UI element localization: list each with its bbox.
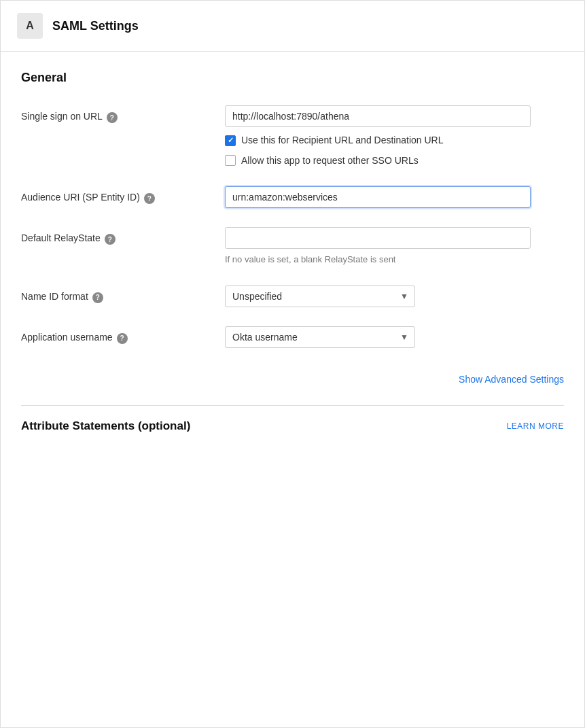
attribute-statements-title: Attribute Statements (optional) bbox=[21, 419, 190, 433]
show-advanced-settings-container: Show Advanced Settings bbox=[21, 367, 564, 398]
name-id-format-select-wrapper: Unspecified EmailAddress X509SubjectName… bbox=[225, 285, 415, 307]
recipient-url-checkbox-wrapper[interactable]: Use this for Recipient URL and Destinati… bbox=[225, 134, 564, 148]
name-id-format-select[interactable]: Unspecified EmailAddress X509SubjectName… bbox=[225, 285, 415, 307]
page-title: SAML Settings bbox=[52, 19, 139, 33]
single-sign-on-url-label: Single sign on URL ? bbox=[21, 105, 225, 123]
single-sign-on-url-row: Single sign on URL ? Use this for Recipi… bbox=[21, 105, 564, 167]
page-header: A SAML Settings bbox=[1, 1, 584, 52]
application-username-select[interactable]: Okta username Email AD SAM account name … bbox=[225, 326, 415, 348]
single-sign-on-url-field: Use this for Recipient URL and Destinati… bbox=[225, 105, 564, 167]
application-username-select-wrapper: Okta username Email AD SAM account name … bbox=[225, 326, 415, 348]
sso-checkbox-group: Use this for Recipient URL and Destinati… bbox=[225, 134, 564, 167]
single-sign-on-url-input[interactable] bbox=[225, 105, 531, 127]
content-area: General Single sign on URL ? Use this fo… bbox=[1, 52, 584, 459]
attribute-statements-header: Attribute Statements (optional) LEARN MO… bbox=[21, 419, 564, 440]
name-id-format-help-icon[interactable]: ? bbox=[92, 292, 103, 303]
recipient-url-checkbox-label: Use this for Recipient URL and Destinati… bbox=[241, 134, 444, 148]
single-sign-on-url-help-icon[interactable]: ? bbox=[107, 112, 118, 123]
audience-uri-field bbox=[225, 186, 564, 208]
application-username-help-icon[interactable]: ? bbox=[117, 333, 128, 344]
default-relay-state-input[interactable] bbox=[225, 227, 531, 249]
default-relay-state-field: If no value is set, a blank RelayState i… bbox=[225, 227, 564, 266]
default-relay-state-help-icon[interactable]: ? bbox=[105, 234, 116, 245]
audience-uri-help-icon[interactable]: ? bbox=[144, 193, 155, 204]
page-container: A SAML Settings General Single sign on U… bbox=[0, 0, 585, 728]
audience-uri-row: Audience URI (SP Entity ID) ? bbox=[21, 186, 564, 208]
general-section-title: General bbox=[21, 71, 564, 85]
name-id-format-row: Name ID format ? Unspecified EmailAddres… bbox=[21, 285, 564, 307]
header-icon: A bbox=[17, 13, 43, 39]
audience-uri-input[interactable] bbox=[225, 186, 531, 208]
allow-sso-checkbox-label: Allow this app to request other SSO URLs bbox=[241, 154, 419, 168]
show-advanced-settings-link[interactable]: Show Advanced Settings bbox=[459, 374, 564, 385]
audience-uri-label: Audience URI (SP Entity ID) ? bbox=[21, 186, 225, 204]
allow-sso-checkbox[interactable] bbox=[225, 155, 236, 166]
name-id-format-label: Name ID format ? bbox=[21, 285, 225, 303]
application-username-field: Okta username Email AD SAM account name … bbox=[225, 326, 564, 348]
application-username-row: Application username ? Okta username Ema… bbox=[21, 326, 564, 348]
recipient-url-checkbox[interactable] bbox=[225, 135, 236, 146]
default-relay-state-row: Default RelayState ? If no value is set,… bbox=[21, 227, 564, 266]
allow-sso-checkbox-wrapper[interactable]: Allow this app to request other SSO URLs bbox=[225, 154, 564, 168]
default-relay-state-label: Default RelayState ? bbox=[21, 227, 225, 245]
learn-more-link[interactable]: LEARN MORE bbox=[507, 421, 564, 431]
relay-state-helper-text: If no value is set, a blank RelayState i… bbox=[225, 253, 564, 266]
name-id-format-field: Unspecified EmailAddress X509SubjectName… bbox=[225, 285, 564, 307]
section-divider bbox=[21, 405, 564, 406]
application-username-label: Application username ? bbox=[21, 326, 225, 344]
